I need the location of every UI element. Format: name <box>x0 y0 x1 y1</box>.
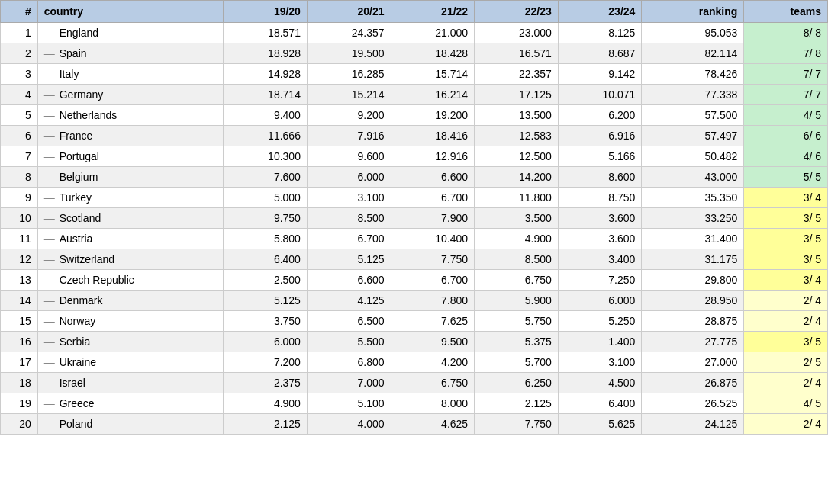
table-row: 15—Norway3.7506.5007.6255.7505.25028.875… <box>1 311 828 332</box>
country-name: Belgium <box>60 171 98 183</box>
y2122-cell: 10.400 <box>391 229 475 249</box>
y2122-cell: 7.900 <box>391 208 475 229</box>
y2324-cell: 3.600 <box>558 208 642 229</box>
y2021-cell: 4.125 <box>307 291 391 311</box>
country-name: Italy <box>60 68 79 80</box>
rank-cell: 1 <box>1 23 38 43</box>
rank-indicator: — <box>44 397 55 409</box>
country-name: Czech Republic <box>60 274 134 286</box>
country-name: Switzerland <box>60 253 114 265</box>
col-country: country <box>37 1 224 23</box>
table-row: 17—Ukraine7.2006.8004.2005.7003.10027.00… <box>1 352 828 373</box>
y2223-cell: 4.900 <box>475 229 559 249</box>
rank-indicator: — <box>44 150 55 162</box>
y1920-cell: 14.928 <box>224 64 308 85</box>
rank-cell: 11 <box>1 229 38 249</box>
y1920-cell: 9.750 <box>224 208 308 229</box>
country-cell: —Germany <box>37 85 224 105</box>
rank-cell: 12 <box>1 249 38 270</box>
country-name: Scotland <box>60 212 101 224</box>
y2324-cell: 5.250 <box>558 311 642 332</box>
country-cell: —Austria <box>37 229 224 249</box>
y2324-cell: 10.071 <box>558 85 642 105</box>
country-cell: —Norway <box>37 311 224 332</box>
y1920-cell: 18.714 <box>224 85 308 105</box>
ranking-cell: 78.426 <box>642 64 744 85</box>
teams-cell: 6/ 6 <box>744 126 828 146</box>
country-name: Spain <box>60 47 87 59</box>
teams-cell: 7/ 8 <box>744 43 828 64</box>
y2021-cell: 9.200 <box>307 105 391 126</box>
y2324-cell: 6.400 <box>558 393 642 414</box>
col-1920: 19/20 <box>224 1 308 23</box>
ranking-cell: 35.350 <box>642 188 744 208</box>
rank-indicator: — <box>44 315 55 327</box>
y2021-cell: 19.500 <box>307 43 391 64</box>
y2324-cell: 4.500 <box>558 373 642 393</box>
rank-indicator: — <box>44 377 55 389</box>
y2223-cell: 5.900 <box>475 291 559 311</box>
ranking-cell: 26.875 <box>642 373 744 393</box>
country-name: Germany <box>60 88 104 101</box>
y2223-cell: 17.125 <box>475 85 559 105</box>
y2223-cell: 5.750 <box>475 311 559 332</box>
country-cell: —Belgium <box>37 167 224 188</box>
rank-indicator: — <box>44 356 55 368</box>
table-row: 2—Spain18.92819.50018.42816.5718.68782.1… <box>1 43 828 64</box>
rank-indicator: — <box>44 274 55 286</box>
y2324-cell: 3.400 <box>558 249 642 270</box>
y2324-cell: 5.166 <box>558 146 642 167</box>
country-cell: —Serbia <box>37 332 224 352</box>
country-cell: —England <box>37 23 224 43</box>
y2021-cell: 7.916 <box>307 126 391 146</box>
y2223-cell: 12.583 <box>475 126 559 146</box>
col-ranking: ranking <box>642 1 744 23</box>
rank-indicator: — <box>44 335 55 348</box>
y2223-cell: 6.250 <box>475 373 559 393</box>
y2324-cell: 7.250 <box>558 270 642 291</box>
y2122-cell: 21.000 <box>391 23 475 43</box>
rank-cell: 10 <box>1 208 38 229</box>
y2021-cell: 5.100 <box>307 393 391 414</box>
y1920-cell: 2.375 <box>224 373 308 393</box>
col-2223: 22/23 <box>475 1 559 23</box>
y2223-cell: 14.200 <box>475 167 559 188</box>
y2324-cell: 8.750 <box>558 188 642 208</box>
country-cell: —Switzerland <box>37 249 224 270</box>
teams-cell: 2/ 5 <box>744 352 828 373</box>
y1920-cell: 7.200 <box>224 352 308 373</box>
rank-indicator: — <box>44 171 55 183</box>
y1920-cell: 4.900 <box>224 393 308 414</box>
rank-cell: 8 <box>1 167 38 188</box>
y2021-cell: 7.000 <box>307 373 391 393</box>
col-2324: 23/24 <box>558 1 642 23</box>
teams-cell: 3/ 5 <box>744 208 828 229</box>
y2021-cell: 6.000 <box>307 167 391 188</box>
y2122-cell: 12.916 <box>391 146 475 167</box>
ranking-cell: 31.175 <box>642 249 744 270</box>
ranking-cell: 28.875 <box>642 311 744 332</box>
y2122-cell: 7.750 <box>391 249 475 270</box>
ranking-cell: 31.400 <box>642 229 744 249</box>
ranking-cell: 57.500 <box>642 105 744 126</box>
rank-indicator: — <box>44 47 55 59</box>
teams-cell: 3/ 5 <box>744 332 828 352</box>
y2324-cell: 5.625 <box>558 414 642 435</box>
country-name: Austria <box>60 233 93 245</box>
table-row: 14—Denmark5.1254.1257.8005.9006.00028.95… <box>1 291 828 311</box>
y2223-cell: 8.500 <box>475 249 559 270</box>
teams-cell: 2/ 4 <box>744 311 828 332</box>
rank-cell: 9 <box>1 188 38 208</box>
y2021-cell: 9.600 <box>307 146 391 167</box>
y2324-cell: 3.600 <box>558 229 642 249</box>
teams-cell: 7/ 7 <box>744 64 828 85</box>
rank-indicator: — <box>44 130 55 142</box>
country-name: Serbia <box>60 335 90 348</box>
y2122-cell: 18.416 <box>391 126 475 146</box>
rank-cell: 4 <box>1 85 38 105</box>
y2223-cell: 13.500 <box>475 105 559 126</box>
ranking-cell: 57.497 <box>642 126 744 146</box>
rank-cell: 5 <box>1 105 38 126</box>
y2021-cell: 5.500 <box>307 332 391 352</box>
table-row: 20—Poland2.1254.0004.6257.7505.62524.125… <box>1 414 828 435</box>
